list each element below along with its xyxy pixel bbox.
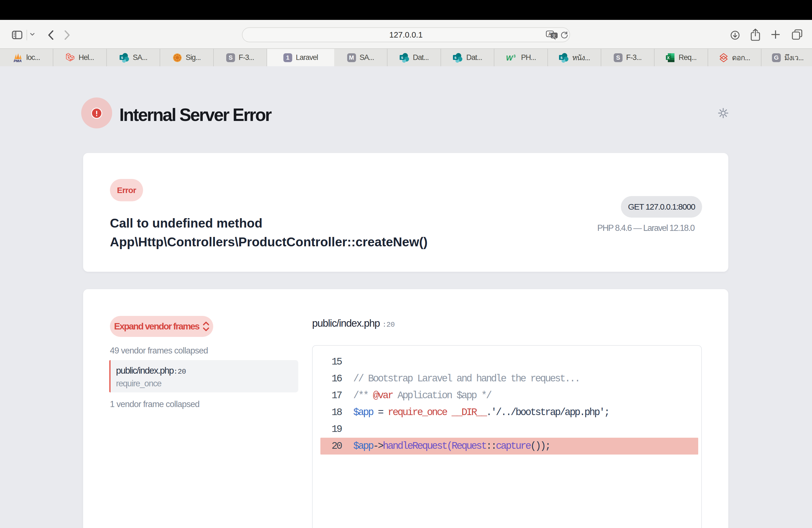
svg-text:3: 3 [513, 54, 516, 58]
svg-text:s: s [121, 55, 123, 60]
svg-text:文: 文 [552, 33, 556, 38]
svg-text:s: s [561, 55, 563, 60]
svg-text:PMA: PMA [14, 59, 22, 62]
svg-text:s: s [401, 55, 403, 60]
svg-text:W: W [506, 54, 513, 62]
svg-text:X: X [667, 55, 670, 60]
svg-text:s: s [454, 55, 456, 60]
